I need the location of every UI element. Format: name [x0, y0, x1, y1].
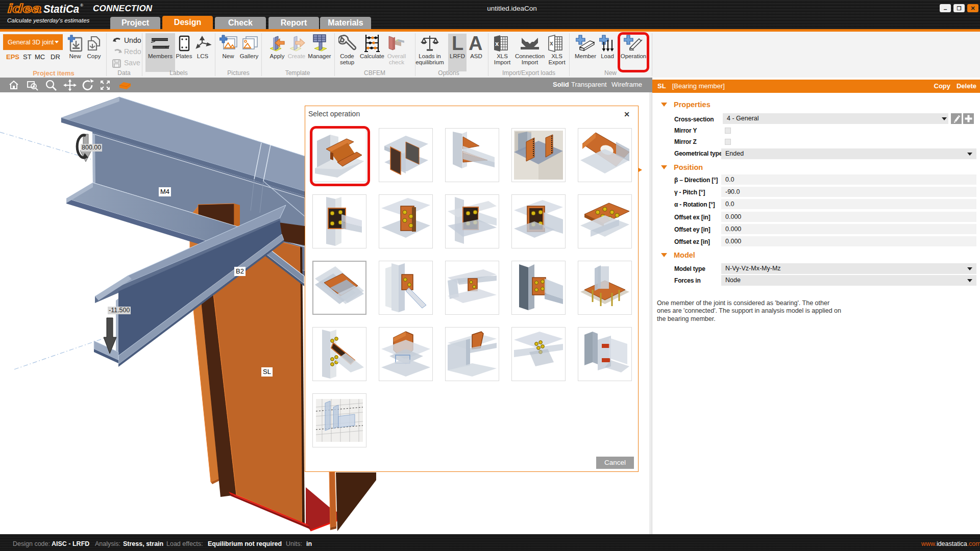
- svg-text:x: x: [495, 40, 499, 47]
- svg-text:StatiCa: StatiCa: [43, 3, 79, 15]
- svg-text:®: ®: [80, 3, 83, 8]
- svg-text:x: x: [550, 40, 553, 47]
- svg-text:idea: idea: [8, 3, 41, 15]
